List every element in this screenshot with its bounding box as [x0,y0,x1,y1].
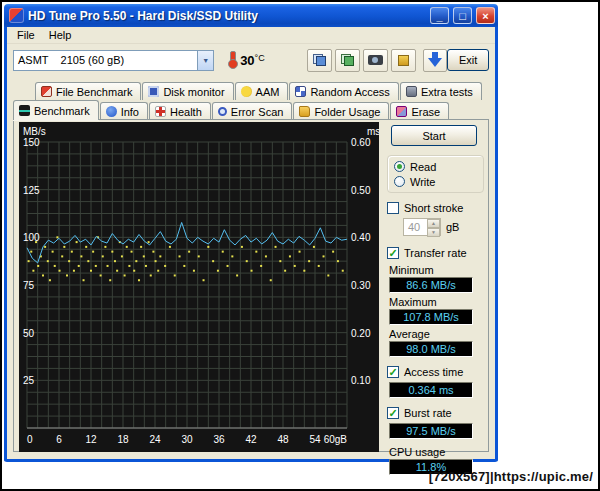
aam-tab-icon [241,86,252,97]
title-bar[interactable]: HD Tune Pro 5.50 - Hard Disk/SSD Utility… [4,4,498,27]
svg-text:48: 48 [277,434,289,445]
menu-file[interactable]: File [10,28,42,42]
access-time-value: 0.364 ms [389,382,473,398]
tab-control: File Benchmark Disk monitor AAM Random A… [13,81,489,452]
tab-erase[interactable]: Erase [390,102,449,120]
health-tab-icon [155,106,166,117]
spinner-buttons[interactable]: ▲ ▼ [427,219,440,235]
svg-text:25: 25 [23,375,35,386]
erase-tab-icon [396,106,407,117]
drive-selector[interactable]: ASMT 2105 (60 gB) ▼ [13,50,214,71]
camera-icon [368,55,383,65]
exit-button[interactable]: Exit [447,49,489,71]
random-access-tab-icon [295,86,306,97]
maximum-value: 107.8 MB/s [389,309,473,325]
svg-text:30: 30 [181,434,193,445]
file-benchmark-tab-icon [41,86,52,97]
checkbox-checked-icon: ✓ [387,407,399,419]
svg-text:0.30: 0.30 [351,280,371,291]
menu-bar: File Help [7,27,495,44]
tab-health[interactable]: Health [149,102,211,120]
tab-aam[interactable]: AAM [235,82,289,100]
save-icon [398,55,409,66]
tab-row-top: File Benchmark Disk monitor AAM Random A… [13,81,489,100]
svg-text:50: 50 [23,328,35,339]
svg-text:42: 42 [245,434,257,445]
tab-random-access[interactable]: Random Access [289,82,398,100]
tab-extra-tests[interactable]: Extra tests [400,82,482,100]
minimum-value: 86.6 MB/s [389,277,473,293]
burst-rate-checkbox[interactable]: ✓ Burst rate [387,405,484,421]
disk-monitor-tab-icon [148,86,159,97]
svg-text:6: 6 [56,434,62,445]
short-stroke-size-input[interactable]: 40 ▲ ▼ [403,218,441,236]
app-window: HD Tune Pro 5.50 - Hard Disk/SSD Utility… [4,5,498,462]
svg-text:0.10: 0.10 [351,375,371,386]
start-button[interactable]: Start [391,125,477,146]
info-tab-icon [106,106,117,117]
tab-benchmark[interactable]: Benchmark [13,100,99,120]
tab-disk-monitor[interactable]: Disk monitor [142,82,233,100]
svg-text:54: 54 [309,434,321,445]
thermometer-icon [228,51,236,69]
short-stroke-size-row: 40 ▲ ▼ gB [403,218,484,236]
app-icon [9,8,24,23]
benchmark-tab-page: MB/sms1501251007550250.600.500.400.300.2… [13,119,489,452]
folder-usage-tab-icon [299,106,310,117]
write-radio[interactable]: Write [394,174,477,189]
watermark: [720x567]|https://upic.me/ [429,469,593,484]
copy-text-button[interactable] [335,49,360,72]
copy-text-icon [341,54,354,66]
benchmark-tab-icon [19,105,30,116]
spinner-down-icon[interactable]: ▼ [427,228,440,237]
svg-text:36: 36 [213,434,225,445]
svg-text:0.20: 0.20 [351,328,371,339]
burst-rate-value: 97.5 MB/s [389,423,473,439]
tab-file-benchmark[interactable]: File Benchmark [35,82,141,100]
svg-text:0.40: 0.40 [351,232,371,243]
checkbox-checked-icon: ✓ [387,366,399,378]
checkbox-checked-icon: ✓ [387,247,399,259]
close-button[interactable]: × [476,7,495,24]
access-time-checkbox[interactable]: ✓ Access time [387,364,484,380]
maximize-button[interactable]: □ [453,7,472,24]
tab-error-scan[interactable]: Error Scan [212,102,293,120]
cpu-usage-label: CPU usage [389,446,484,458]
export-results-button[interactable] [423,49,448,72]
menu-help[interactable]: Help [42,28,79,42]
average-value: 98.0 MB/s [389,341,473,357]
minimum-label: Minimum [389,264,484,276]
chevron-down-icon[interactable]: ▼ [197,51,213,70]
down-arrow-icon [428,52,442,68]
svg-text:75: 75 [23,280,35,291]
radio-selected-icon [394,161,405,172]
svg-text:MB/s: MB/s [23,126,46,137]
screenshot-button[interactable] [363,49,388,72]
copy-image-icon [313,54,326,66]
transfer-rate-checkbox[interactable]: ✓ Transfer rate [387,245,484,261]
checkbox-unchecked-icon [387,202,399,214]
benchmark-chart: MB/sms1501251007550250.600.500.400.300.2… [19,122,379,452]
save-image-button[interactable] [391,49,416,72]
read-radio[interactable]: Read [394,159,477,174]
radio-unselected-icon [394,176,405,187]
svg-text:0.50: 0.50 [351,185,371,196]
maximum-label: Maximum [389,296,484,308]
spinner-up-icon[interactable]: ▲ [427,219,440,228]
svg-text:60gB: 60gB [324,434,348,445]
read-write-group: Read Write [387,155,484,193]
minimize-button[interactable]: _ [430,7,449,24]
extra-tests-tab-icon [406,86,417,97]
svg-text:ms: ms [367,126,379,137]
copy-image-button[interactable] [307,49,332,72]
tab-info[interactable]: Info [100,102,148,120]
tab-row-bottom: Benchmark Info Health Error Scan Folder … [13,100,489,120]
svg-text:125: 125 [23,185,40,196]
svg-text:24: 24 [149,434,161,445]
svg-text:0.60: 0.60 [351,137,371,148]
toolbar-buttons [307,49,416,72]
svg-text:18: 18 [117,434,129,445]
temperature-display: 30°C [240,53,265,68]
tab-folder-usage[interactable]: Folder Usage [293,102,389,120]
short-stroke-checkbox[interactable]: Short stroke [387,200,484,216]
